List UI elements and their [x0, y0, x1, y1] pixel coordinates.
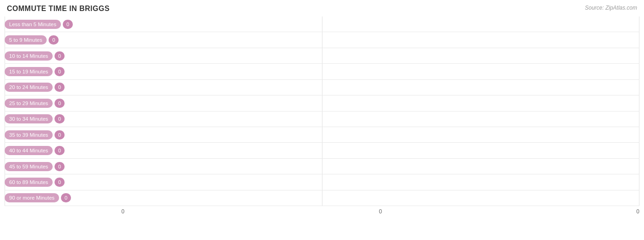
- chart-title: COMMUTE TIME IN BRIGGS: [5, 5, 639, 13]
- bar-value-pill: 0: [55, 178, 65, 187]
- bar-row: 15 to 19 Minutes0: [5, 64, 639, 79]
- bar-value-pill: 0: [63, 20, 73, 29]
- bar-label: 45 to 59 Minutes: [5, 162, 53, 171]
- x-axis-label-2: 0: [636, 208, 639, 218]
- bar-row: 30 to 34 Minutes0: [5, 112, 639, 127]
- bar-track: [121, 191, 639, 205]
- bar-value-pill: 0: [61, 193, 71, 202]
- bar-row: 45 to 59 Minutes0: [5, 159, 639, 174]
- x-axis: 0 0 0: [5, 208, 639, 218]
- bar-value-pill: 0: [55, 67, 65, 76]
- bar-label-container: 10 to 14 Minutes0: [5, 51, 121, 61]
- bar-track: [121, 144, 639, 157]
- bar-row: 25 to 29 Minutes0: [5, 95, 639, 111]
- bar-label: 40 to 44 Minutes: [5, 146, 53, 155]
- bar-label: 5 to 9 Minutes: [5, 35, 47, 45]
- bar-row: 5 to 9 Minutes0: [5, 32, 639, 48]
- source-label: Source: ZipAtlas.com: [585, 5, 637, 11]
- bar-row: 20 to 24 Minutes0: [5, 80, 639, 95]
- bar-label-container: 45 to 59 Minutes0: [5, 162, 121, 171]
- bars-wrapper: Less than 5 Minutes05 to 9 Minutes010 to…: [5, 17, 639, 206]
- bar-label: 90 or more Minutes: [5, 193, 59, 202]
- bar-label: 35 to 39 Minutes: [5, 130, 53, 140]
- bar-track: [121, 96, 639, 110]
- bar-row: 10 to 14 Minutes0: [5, 48, 639, 64]
- bar-label-container: 15 to 19 Minutes0: [5, 67, 121, 76]
- bar-value-pill: 0: [55, 162, 65, 171]
- chart-area: Less than 5 Minutes05 to 9 Minutes010 to…: [5, 17, 639, 218]
- bar-row: 90 or more Minutes0: [5, 190, 639, 206]
- chart-container: COMMUTE TIME IN BRIGGS Source: ZipAtlas.…: [0, 0, 644, 240]
- bar-row: 35 to 39 Minutes0: [5, 127, 639, 143]
- bar-track: [121, 175, 639, 189]
- bar-label: 20 to 24 Minutes: [5, 83, 53, 92]
- bar-row: Less than 5 Minutes0: [5, 17, 639, 32]
- bar-label-container: 30 to 34 Minutes0: [5, 114, 121, 123]
- bar-track: [121, 49, 639, 62]
- bar-label-container: 35 to 39 Minutes0: [5, 130, 121, 140]
- bar-label-container: 60 to 89 Minutes0: [5, 178, 121, 187]
- bar-value-pill: 0: [55, 99, 65, 108]
- bar-value-pill: 0: [55, 51, 65, 61]
- bar-label: 25 to 29 Minutes: [5, 99, 53, 108]
- bar-track: [121, 112, 639, 126]
- bar-track: [121, 17, 639, 31]
- x-axis-label-1: 0: [379, 208, 382, 218]
- bar-track: [121, 65, 639, 78]
- bar-label-container: 90 or more Minutes0: [5, 193, 121, 202]
- bar-value-pill: 0: [55, 130, 65, 140]
- bar-label-container: 25 to 29 Minutes0: [5, 99, 121, 108]
- bar-label: 60 to 89 Minutes: [5, 178, 53, 187]
- bar-label-container: 40 to 44 Minutes0: [5, 146, 121, 155]
- bar-label-container: 5 to 9 Minutes0: [5, 35, 121, 45]
- x-axis-label-0: 0: [121, 208, 125, 218]
- bar-row: 40 to 44 Minutes0: [5, 143, 639, 158]
- bar-track: [121, 33, 639, 46]
- bar-label: Less than 5 Minutes: [5, 20, 61, 29]
- bar-value-pill: 0: [55, 114, 65, 123]
- bar-track: [121, 81, 639, 94]
- bar-value-pill: 0: [55, 146, 65, 155]
- bar-label-container: 20 to 24 Minutes0: [5, 83, 121, 92]
- bar-track: [121, 128, 639, 141]
- bar-track: [121, 160, 639, 173]
- bar-value-pill: 0: [55, 83, 65, 92]
- bar-label-container: Less than 5 Minutes0: [5, 20, 121, 29]
- bar-label: 30 to 34 Minutes: [5, 114, 53, 123]
- bar-label: 15 to 19 Minutes: [5, 67, 53, 76]
- bar-value-pill: 0: [49, 35, 59, 45]
- bar-label: 10 to 14 Minutes: [5, 51, 53, 61]
- bar-row: 60 to 89 Minutes0: [5, 174, 639, 190]
